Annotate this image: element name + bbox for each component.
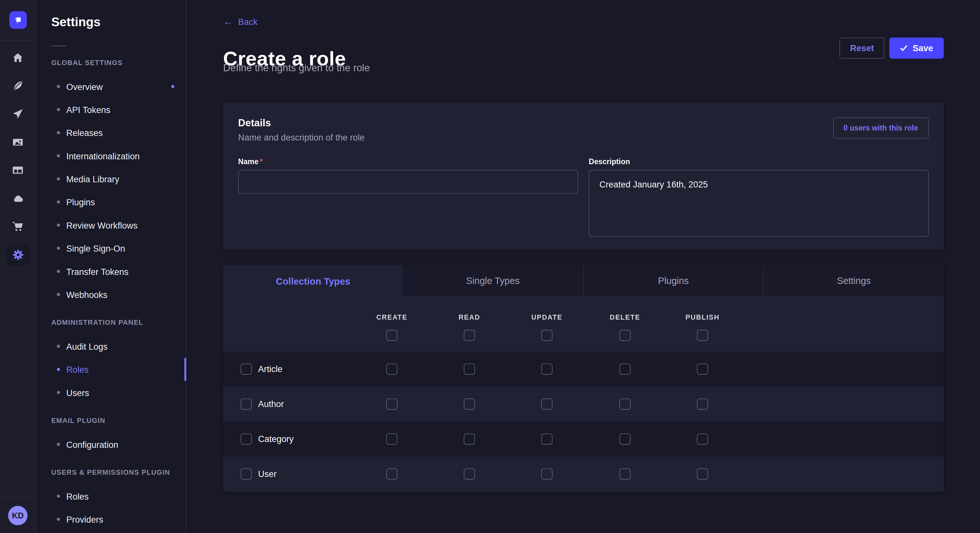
checkbox-article-publish[interactable]: [697, 363, 708, 374]
users-with-role-button[interactable]: 0 users with this role: [833, 117, 929, 139]
subnav-item-releases[interactable]: Releases: [51, 121, 186, 144]
subnav-item-media-library[interactable]: Media Library: [51, 167, 186, 190]
checkbox-author-update[interactable]: [541, 398, 552, 409]
subnav-item-plugins[interactable]: Plugins: [51, 190, 186, 213]
checkbox-author-delete[interactable]: [619, 398, 631, 409]
home-button[interactable]: [0, 44, 36, 72]
cart-icon: [12, 220, 24, 233]
subnav-item-label: Review Workflows: [66, 220, 137, 230]
bullet-icon: [57, 368, 60, 371]
subnav-item-audit-logs[interactable]: Audit Logs: [51, 335, 186, 358]
settings-active-pill: [6, 243, 29, 265]
subnav-title-rule: [51, 46, 66, 46]
checkbox-user-create[interactable]: [386, 468, 398, 479]
name-input[interactable]: [238, 170, 578, 194]
bullet-icon: [57, 270, 60, 273]
subnav-item-label: Overview: [66, 82, 103, 92]
required-asterisk: *: [260, 157, 263, 166]
permissions-rows: Article Author: [223, 352, 944, 492]
column-header-create: CREATE: [376, 314, 407, 321]
description-textarea[interactable]: Created January 16th, 2025: [589, 170, 929, 237]
checkbox-article-create[interactable]: [386, 363, 398, 374]
subnav-item-transfer-tokens[interactable]: Transfer Tokens: [51, 260, 186, 283]
checkbox-article-update[interactable]: [541, 363, 552, 374]
checkbox-row-article[interactable]: [240, 363, 252, 374]
deploy-button[interactable]: [0, 100, 36, 128]
description-label: Description: [589, 157, 929, 166]
checkbox-author-create[interactable]: [386, 398, 398, 409]
checkbox-all-update[interactable]: [541, 330, 552, 341]
subnav-item-label: Roles: [66, 491, 89, 501]
section-label-administration-panel: ADMINISTRATION PANEL: [51, 319, 186, 326]
subnav-item-single-sign-on[interactable]: Single Sign-On: [51, 237, 186, 260]
checkbox-category-delete[interactable]: [619, 433, 631, 444]
notification-dot-icon: [171, 85, 174, 88]
checkbox-all-read[interactable]: [464, 330, 475, 341]
subnav-item-label: Audit Logs: [66, 341, 108, 351]
subnav-item-providers[interactable]: Providers: [51, 508, 186, 531]
subnav-item-overview[interactable]: Overview: [51, 75, 186, 98]
tab-settings[interactable]: Settings: [763, 265, 944, 297]
quill-icon: [12, 80, 24, 92]
cloud-button[interactable]: [0, 184, 36, 213]
subnav-item-roles-admin[interactable]: Roles: [51, 358, 186, 381]
content-button[interactable]: [0, 72, 36, 100]
checkbox-user-delete[interactable]: [619, 468, 631, 479]
user-avatar[interactable]: KD: [8, 506, 27, 525]
page-subtitle: Define the rights given to the role: [223, 62, 370, 74]
checkbox-all-publish[interactable]: [697, 330, 708, 341]
save-button[interactable]: Save: [889, 38, 944, 59]
checkbox-category-create[interactable]: [386, 433, 398, 444]
row-label: Author: [258, 399, 284, 409]
subnav-item-review-workflows[interactable]: Review Workflows: [51, 214, 186, 237]
checkbox-user-read[interactable]: [464, 468, 475, 479]
marketplace-button[interactable]: [0, 213, 36, 241]
table-row-category: Category: [223, 422, 944, 457]
tab-collection-types[interactable]: Collection Types: [223, 265, 403, 297]
checkbox-article-read[interactable]: [464, 363, 475, 374]
details-title: Details: [238, 117, 364, 129]
media-library-button[interactable]: [0, 128, 36, 156]
tab-plugins[interactable]: Plugins: [583, 265, 763, 297]
gear-icon: [12, 248, 24, 261]
settings-button[interactable]: [0, 240, 36, 268]
subnav-item-roles-up[interactable]: Roles: [51, 485, 186, 508]
checkbox-row-author[interactable]: [240, 398, 252, 409]
subnav-item-internationalization[interactable]: Internationalization: [51, 144, 186, 167]
section-label-email-plugin: EMAIL PLUGIN: [51, 416, 186, 424]
subnav-item-users[interactable]: Users: [51, 381, 186, 404]
layout-icon: [12, 164, 24, 176]
subnav-item-api-tokens[interactable]: API Tokens: [51, 98, 186, 121]
reset-button[interactable]: Reset: [839, 38, 885, 59]
bullet-icon: [57, 345, 60, 348]
checkbox-author-read[interactable]: [464, 398, 475, 409]
checkbox-author-publish[interactable]: [697, 398, 708, 409]
details-card: Details Name and description of the role…: [223, 102, 944, 250]
checkbox-user-update[interactable]: [541, 468, 552, 479]
checkbox-category-read[interactable]: [464, 433, 475, 444]
checkbox-user-publish[interactable]: [697, 468, 708, 479]
name-label: Name*: [238, 157, 578, 166]
subnav-item-label: Plugins: [66, 197, 95, 207]
content-manager-button[interactable]: [0, 156, 36, 184]
images-icon: [12, 136, 24, 148]
checkbox-category-publish[interactable]: [697, 433, 708, 444]
strapi-logo[interactable]: [9, 11, 27, 29]
checkbox-article-delete[interactable]: [619, 363, 631, 374]
subnav-item-webhooks[interactable]: Webhooks: [51, 283, 186, 306]
tab-single-types[interactable]: Single Types: [403, 265, 583, 297]
name-label-text: Name: [238, 157, 259, 166]
check-icon: [900, 44, 908, 52]
subnav-item-label: Single Sign-On: [66, 243, 125, 253]
checkbox-row-category[interactable]: [240, 433, 252, 444]
permissions-table-header: CREATE READ UPDATE DELETE PUBLISH: [223, 297, 944, 352]
back-link[interactable]: ← Back: [223, 17, 257, 27]
settings-subnav: Settings GLOBAL SETTINGS Overview API To…: [36, 0, 186, 533]
checkbox-all-create[interactable]: [386, 330, 398, 341]
details-card-header: Details Name and description of the role…: [238, 117, 929, 143]
checkbox-row-user[interactable]: [240, 468, 252, 479]
cloud-icon: [12, 192, 24, 205]
checkbox-category-update[interactable]: [541, 433, 552, 444]
checkbox-all-delete[interactable]: [619, 330, 631, 341]
subnav-item-configuration[interactable]: Configuration: [51, 433, 186, 455]
